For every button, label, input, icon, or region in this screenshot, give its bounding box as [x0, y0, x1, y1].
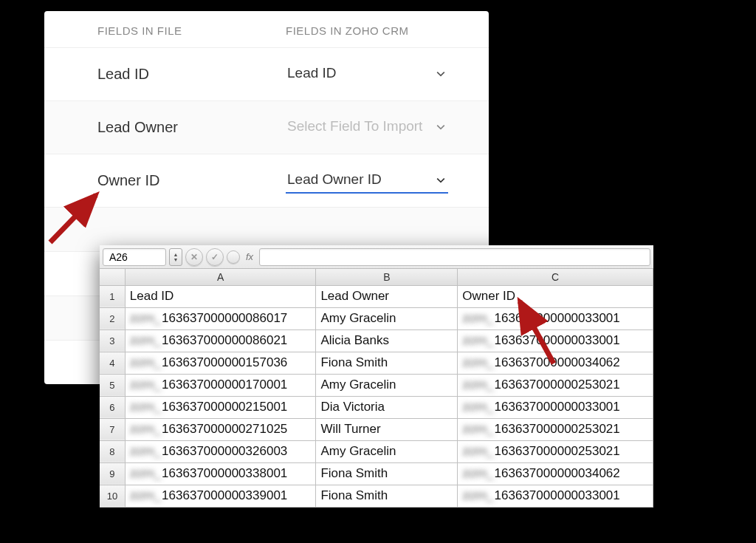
mapping-header-row: FIELDS IN FILE FIELDS IN ZOHO CRM: [44, 11, 489, 47]
cell[interactable]: zcrm_163637000000253021: [458, 440, 653, 462]
formula-toggle-icon[interactable]: [227, 250, 240, 264]
row-header[interactable]: 6: [100, 396, 125, 418]
crm-field-value: Lead Owner ID: [287, 171, 382, 187]
cell[interactable]: zcrm_163637000000338001: [125, 462, 316, 485]
cell[interactable]: zcrm_163637000000215001: [125, 396, 316, 418]
cell[interactable]: Alicia Banks: [316, 329, 458, 352]
cell[interactable]: Amy Gracelin: [316, 374, 458, 396]
crm-field-select-lead-owner[interactable]: Select Field To Import: [286, 115, 448, 140]
spreadsheet-grid: A B C 1Lead IDLead OwnerOwner ID2zcrm_16…: [100, 269, 653, 508]
cell[interactable]: zcrm_163637000000253021: [458, 418, 653, 440]
mapping-row-lead-owner: Lead Owner Select Field To Import: [44, 100, 489, 154]
cell-reference-box[interactable]: A26: [103, 248, 166, 266]
cell[interactable]: zcrm_163637000000170001: [125, 374, 316, 396]
column-header-c[interactable]: C: [458, 269, 653, 285]
cell-reference-value: A26: [109, 251, 128, 263]
cell[interactable]: Fiona Smith: [316, 485, 458, 507]
row-header[interactable]: 8: [100, 440, 125, 462]
cell[interactable]: zcrm_163637000000033001: [458, 485, 653, 507]
cell[interactable]: zcrm_163637000000034062: [458, 462, 653, 485]
cancel-icon[interactable]: ✕: [185, 248, 203, 266]
cell[interactable]: zcrm_163637000000271025: [125, 418, 316, 440]
cell[interactable]: zcrm_163637000000253021: [458, 374, 653, 396]
cell[interactable]: zcrm_163637000000157036: [125, 352, 316, 374]
column-header-a[interactable]: A: [125, 269, 316, 285]
cell[interactable]: Owner ID: [458, 285, 653, 307]
crm-field-placeholder: Select Field To Import: [287, 118, 422, 134]
chevron-down-icon: [436, 176, 445, 185]
cell[interactable]: zcrm_163637000000326003: [125, 440, 316, 462]
cell[interactable]: zcrm_163637000000086021: [125, 329, 316, 352]
cell[interactable]: Lead ID: [125, 285, 316, 307]
row-header[interactable]: 5: [100, 374, 125, 396]
file-field-label: Owner ID: [97, 172, 286, 189]
crm-field-select-lead-id[interactable]: Lead ID: [286, 62, 448, 86]
row-header[interactable]: 9: [100, 462, 125, 485]
cell-reference-stepper[interactable]: ▲▼: [169, 248, 182, 266]
confirm-icon[interactable]: ✓: [206, 248, 224, 266]
formula-bar: A26 ▲▼ ✕ ✓ fx: [100, 245, 653, 269]
spreadsheet-window: A26 ▲▼ ✕ ✓ fx A B C 1Lead IDLead OwnerOw…: [100, 245, 653, 508]
header-fields-in-file: FIELDS IN FILE: [97, 24, 286, 37]
formula-input[interactable]: [259, 248, 650, 266]
row-header[interactable]: 1: [100, 285, 125, 307]
column-header-b[interactable]: B: [316, 269, 458, 285]
cell[interactable]: zcrm_163637000000034062: [458, 352, 653, 374]
cell[interactable]: Amy Gracelin: [316, 307, 458, 329]
header-fields-in-crm: FIELDS IN ZOHO CRM: [286, 24, 409, 37]
file-field-label: Lead ID: [97, 66, 286, 83]
mapping-row-lead-id: Lead ID Lead ID: [44, 47, 489, 100]
row-header[interactable]: 2: [100, 307, 125, 329]
file-field-label: Lead Owner: [97, 119, 286, 136]
select-all-corner[interactable]: [100, 269, 125, 285]
cell[interactable]: Will Turner: [316, 418, 458, 440]
crm-field-select-owner-id[interactable]: Lead Owner ID: [286, 168, 448, 194]
cell[interactable]: Amy Gracelin: [316, 440, 458, 462]
crm-field-value: Lead ID: [287, 65, 337, 81]
chevron-down-icon: [436, 123, 445, 132]
chevron-down-icon: [436, 69, 445, 78]
mapping-row-empty: [44, 207, 489, 251]
cell[interactable]: Dia Victoria: [316, 396, 458, 418]
cell[interactable]: zcrm_163637000000033001: [458, 329, 653, 352]
cell[interactable]: zcrm_163637000000086017: [125, 307, 316, 329]
mapping-row-owner-id: Owner ID Lead Owner ID: [44, 154, 489, 207]
row-header[interactable]: 3: [100, 329, 125, 352]
cell[interactable]: zcrm_163637000000033001: [458, 307, 653, 329]
cell[interactable]: Fiona Smith: [316, 352, 458, 374]
cell[interactable]: zcrm_163637000000033001: [458, 396, 653, 418]
cell[interactable]: Lead Owner: [316, 285, 458, 307]
cell[interactable]: Fiona Smith: [316, 462, 458, 485]
row-header[interactable]: 10: [100, 485, 125, 507]
row-header[interactable]: 7: [100, 418, 125, 440]
fx-icon: fx: [243, 251, 256, 262]
row-header[interactable]: 4: [100, 352, 125, 374]
cell[interactable]: zcrm_163637000000339001: [125, 485, 316, 507]
